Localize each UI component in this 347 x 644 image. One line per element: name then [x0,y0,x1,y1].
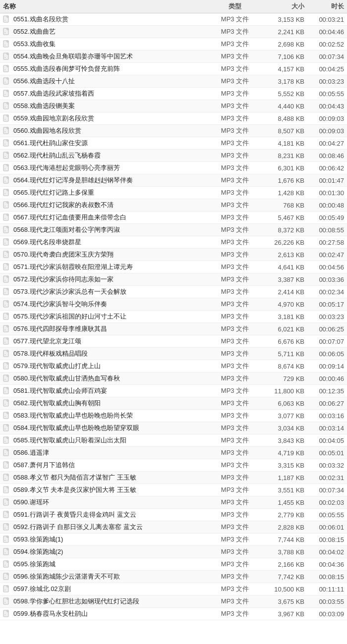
svg-text:♪: ♪ [4,341,5,343]
table-row[interactable]: ♪ 0553.戏曲收集 MP3 文件 2,698 KB 00:02:52 [0,38,347,51]
table-row[interactable]: ♪ 0593.徐策跑城(1) MP3 文件 7,744 KB 00:08:15 [0,534,347,546]
file-name: ♪ 0591.行路训子 夜黄昏只走得金鸡叫 蓝文云 [3,510,210,519]
table-row[interactable]: ♪ 0595.徐策跑城 MP3 文件 2,166 KB 00:04:36 [0,558,347,571]
file-name: ♪ 0577.现代望北京龙江颂 [3,337,210,346]
table-row[interactable]: ♪ 0567.现代红灯记血债要用血来偿带念白 MP3 文件 5,467 KB 0… [0,212,347,224]
file-type: MP3 文件 [210,77,260,86]
file-type: MP3 文件 [210,139,260,148]
file-duration: 00:04:25 [304,65,344,73]
header-duration: 时长 [304,2,344,11]
table-row[interactable]: ♪ 0558.戏曲选段铡美案 MP3 文件 4,440 KB 00:04:43 [0,100,347,112]
svg-rect-70 [7,301,8,302]
svg-rect-49 [7,214,8,215]
file-name-text: 0570.现代奇袭白虎团宋玉庆方荣翔 [13,250,114,259]
table-row[interactable]: ♪ 0589.孝义节 夫本是炎汉家护国大将 王玉敏 MP3 文件 3,551 K… [0,484,347,496]
svg-rect-37 [7,164,8,166]
table-row[interactable]: ♪ 0566.现代红灯记我家的表叔数不清 MP3 文件 768 KB 00:00… [0,199,347,212]
svg-text:♪: ♪ [4,143,5,145]
header-size: 大小 [260,2,304,11]
table-row[interactable]: ♪ 0574.现代沙家浜智斗交响乐伴奏 MP3 文件 4,970 KB 00:0… [0,298,347,311]
file-duration: 00:01:30 [304,189,344,197]
svg-text:♪: ♪ [4,564,5,566]
file-type: MP3 文件 [210,510,260,519]
file-duration: 00:05:55 [304,511,344,519]
svg-rect-34 [7,152,8,154]
table-row[interactable]: ♪ 0556.戏曲选段十八扯 MP3 文件 3,178 KB 00:03:23 [0,75,347,88]
file-icon: ♪ [3,424,11,432]
table-row[interactable]: ♪ 0580.现代智取威虎山甘洒热血写春秋 MP3 文件 729 KB 00:0… [0,373,347,385]
svg-rect-4 [7,28,8,30]
file-type: MP3 文件 [210,585,260,593]
table-row[interactable]: ♪ 0582.现代智取威虎山胸有朝阳 MP3 文件 6,063 KB 00:06… [0,397,347,410]
table-row[interactable]: ♪ 0565.现代红灯记路上多保重 MP3 文件 1,428 KB 00:01:… [0,187,347,199]
file-icon: ♪ [3,53,11,60]
table-row[interactable]: ♪ 0562.现代杜鹃山乱云飞杨春霞 MP3 文件 8,231 KB 00:08… [0,150,347,162]
table-row[interactable]: ♪ 0597.徐城北.02京剧 MP3 文件 10,500 KB 00:11:1… [0,583,347,595]
file-duration: 00:08:15 [304,573,344,581]
file-type: MP3 文件 [210,312,260,321]
table-row[interactable]: ♪ 0598.学你爹心红胆壮志如钢现代红灯记选段 MP3 文件 3,675 KB… [0,595,347,608]
table-row[interactable]: ♪ 0559.戏曲园地京剧名段欣赏 MP3 文件 8,488 KB 00:09:… [0,112,347,125]
table-row[interactable]: ♪ 0571.现代沙家浜朝霞映在阳澄湖上谭元寿 MP3 文件 4,641 KB … [0,261,347,273]
file-type: MP3 文件 [210,238,260,247]
svg-rect-118 [7,499,8,500]
table-row[interactable]: ♪ 0585.现代智取威虎山只盼着深山出太阳 MP3 文件 3,843 KB 0… [0,434,347,447]
table-row[interactable]: ♪ 0570.现代奇袭白虎团宋玉庆方荣翔 MP3 文件 2,613 KB 00:… [0,249,347,261]
table-row[interactable]: ♪ 0568.现代龙江颂面对着公字闸李丙淑 MP3 文件 8,372 KB 00… [0,224,347,236]
file-type: MP3 文件 [210,27,260,36]
svg-rect-46 [7,202,8,203]
table-row[interactable]: ♪ 0578.现代样板戏精品唱段 MP3 文件 5,711 KB 00:06:0… [0,348,347,360]
file-name: ♪ 0552.戏曲曲艺 [3,27,210,36]
table-row[interactable]: ♪ 0583.现代智取威虎山早也盼晚也盼尚长荣 MP3 文件 3,077 KB … [0,410,347,422]
table-row[interactable]: ♪ 0560.戏曲园地名段欣赏 MP3 文件 8,507 KB 00:09:03 [0,125,347,137]
file-icon: ♪ [3,164,11,172]
file-name-text: 0559.戏曲园地京剧名段欣赏 [13,114,94,123]
file-icon: ♪ [3,65,11,73]
table-row[interactable]: ♪ 0590.谢瑶环 MP3 文件 1,455 KB 00:02:03 [0,496,347,509]
file-name-text: 0567.现代红灯记血债要用血来偿带念白 [13,213,126,222]
file-name: ♪ 0573.现代沙家浜沙家浜总有一天会解放 [3,287,210,296]
table-row[interactable]: ♪ 0563.现代海港想起党眼明心亮李丽芳 MP3 文件 6,301 KB 00… [0,162,347,174]
file-icon: ♪ [3,152,11,160]
table-row[interactable]: ♪ 0557.戏曲选段武家坡指着西 MP3 文件 5,552 KB 00:05:… [0,88,347,100]
file-icon: ♪ [3,15,11,23]
table-row[interactable]: ♪ 0592.行路训子 自那日张义儿离去塞窑 蓝文云 MP3 文件 2,828 … [0,521,347,534]
table-row[interactable]: ♪ 0596.徐策跑城陈少云湛湛青天不可欺 MP3 文件 7,742 KB 00… [0,571,347,583]
table-row[interactable]: ♪ 0555.戏曲选段春闺梦可怜负督充前阵 MP3 文件 4,157 KB 00… [0,63,347,75]
table-row[interactable]: ♪ 0569.现代名段串烧群星 MP3 文件 26,226 KB 00:27:5… [0,236,347,249]
file-size: 7,742 KB [260,573,304,581]
table-row[interactable]: ♪ 0591.行路训子 夜黄昏只走得金鸡叫 蓝文云 MP3 文件 2,779 K… [0,509,347,521]
table-row[interactable]: ♪ 0599.杨春霞马永安杜鹃山 MP3 文件 3,967 KB 00:03:0… [0,608,347,620]
file-duration: 00:08:15 [304,536,344,543]
table-row[interactable]: ♪ 0551.戏曲名段欣赏 MP3 文件 3,153 KB 00:03:21 [0,13,347,26]
table-row[interactable]: ♪ 0564.现代红灯记浑身是胆雄赳赳钢琴伴奏 MP3 文件 1,676 KB … [0,174,347,187]
svg-text:♪: ♪ [4,106,5,108]
file-name-text: 0585.现代智取威虎山只盼着深山出太阳 [13,436,126,445]
file-duration: 00:04:27 [304,140,344,147]
file-duration: 00:08:46 [304,152,344,160]
table-row[interactable]: ♪ 0588.孝义节 都只为陆佰言才谋智广 王玉敏 MP3 文件 1,187 K… [0,472,347,484]
table-row[interactable]: ♪ 0561.现代杜鹃山家住安源 MP3 文件 4,181 KB 00:04:2… [0,137,347,150]
table-row[interactable]: ♪ 0552.戏曲曲艺 MP3 文件 2,241 KB 00:04:46 [0,26,347,38]
table-row[interactable]: ♪ 0587.萧何月下追韩信 MP3 文件 3,315 KB 00:03:32 [0,459,347,472]
file-size: 768 KB [260,202,304,209]
file-name-text: 0582.现代智取威虎山胸有朝阳 [13,399,101,408]
table-row[interactable]: ♪ 0584.现代智取威虎山早也盼晚也盼望穿双眼 MP3 文件 3,034 KB… [0,422,347,434]
table-row[interactable]: ♪ 0572.现代沙家浜你待同志亲如一家 MP3 文件 3,387 KB 00:… [0,273,347,286]
svg-text:♪: ♪ [4,242,5,244]
table-row[interactable]: ♪ 0575.现代沙家浜祖国的好山河寸土不让 MP3 文件 3,181 KB 0… [0,311,347,323]
file-duration: 00:05:49 [304,214,344,221]
file-size: 3,181 KB [260,313,304,321]
file-icon: ♪ [3,523,11,531]
svg-rect-82 [7,350,8,352]
table-row[interactable]: ♪ 0576.现代四郎探母李维康耿其昌 MP3 文件 6,021 KB 00:0… [0,323,347,335]
table-row[interactable]: ♪ 0581.现代智取威虎山会师百鸡宴 MP3 文件 11,800 KB 00:… [0,385,347,397]
table-row[interactable]: ♪ 0579.现代智取威虎山打虎上山 MP3 文件 8,674 KB 00:09… [0,360,347,373]
table-row[interactable]: ♪ 0573.现代沙家浜沙家浜总有一天会解放 MP3 文件 2,414 KB 0… [0,286,347,298]
table-row[interactable]: ♪ 0586.逍遥津 MP3 文件 4,719 KB 00:05:01 [0,447,347,459]
svg-rect-133 [7,561,8,562]
table-row[interactable]: ♪ 0577.现代望北京龙江颂 MP3 文件 6,676 KB 00:07:07 [0,335,347,348]
table-row[interactable]: ♪ 0554.戏曲晚会旦角联唱姜亦珊等中国艺术 MP3 文件 7,106 KB … [0,51,347,63]
table-row[interactable]: ♪ 0594.徐策跑城(2) MP3 文件 3,788 KB 00:04:02 [0,546,347,558]
svg-rect-100 [7,425,8,426]
